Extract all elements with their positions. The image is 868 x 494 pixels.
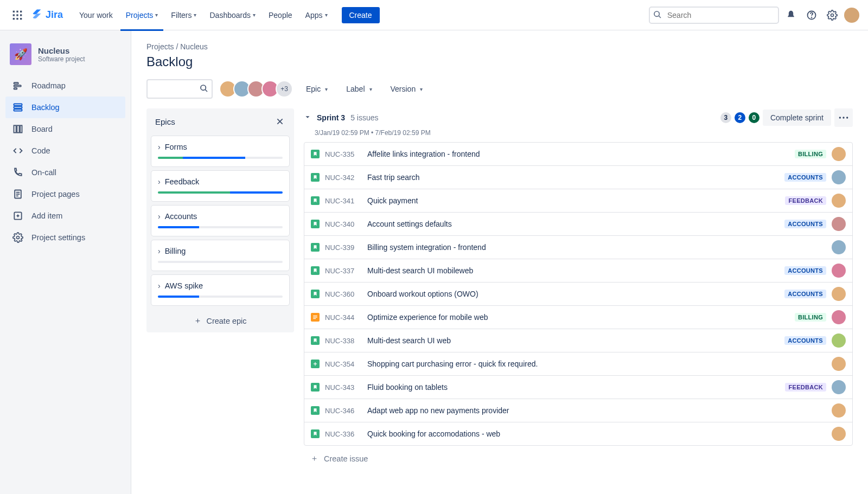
breadcrumb-leaf[interactable]: Nucleus: [180, 42, 208, 51]
help-icon[interactable]: [803, 7, 820, 24]
issue-type-story-icon: [311, 150, 320, 158]
assignee-filter-avatars[interactable]: +3: [222, 80, 293, 98]
assignee-avatar[interactable]: [832, 380, 846, 394]
epic-label[interactable]: FEEDBACK: [785, 383, 826, 392]
epic-label[interactable]: ACCOUNTS: [784, 173, 826, 182]
epic-progress: [158, 191, 283, 194]
project-header[interactable]: 🚀 Nucleus Software project: [5, 43, 125, 75]
backlog-icon: [12, 101, 24, 113]
assignee-avatar[interactable]: [832, 287, 846, 301]
create-issue-button[interactable]: ＋ Create issue: [304, 448, 853, 469]
filter-version[interactable]: Version▾: [387, 82, 426, 95]
sidebar-item-backlog[interactable]: Backlog: [5, 97, 125, 118]
assignee-avatar[interactable]: [832, 194, 846, 208]
issue-type-story-icon: [311, 243, 320, 252]
svg-rect-6: [13, 18, 15, 20]
epic-card[interactable]: ›Billing: [151, 240, 290, 271]
svg-rect-5: [20, 14, 22, 16]
chevron-right-icon: ›: [158, 281, 161, 290]
issue-summary: Multi-dest search UI web: [367, 336, 779, 345]
epic-card[interactable]: ›Feedback: [151, 170, 290, 202]
assignee-avatar[interactable]: [832, 264, 846, 278]
complete-sprint-button[interactable]: Complete sprint: [763, 110, 831, 126]
chevron-right-icon: ›: [158, 177, 161, 186]
issue-row[interactable]: NUC-339Billing system integration - fron…: [304, 236, 852, 259]
issue-row[interactable]: NUC-360Onboard workout options (OWO)ACCO…: [304, 283, 852, 306]
assignee-avatar[interactable]: [832, 427, 846, 441]
close-icon[interactable]: [275, 116, 285, 127]
issue-row[interactable]: NUC-335Affelite links integration - fron…: [304, 143, 852, 166]
issue-summary: Quick booking for accomodations - web: [367, 429, 826, 438]
assignee-avatar[interactable]: [832, 240, 846, 254]
sidebar-item-project-pages[interactable]: Project pages: [5, 183, 125, 205]
app-switcher-icon[interactable]: [9, 7, 26, 24]
issue-row[interactable]: NUC-340Account settings defaultsACCOUNTS: [304, 213, 852, 236]
sidebar-item-project-settings[interactable]: Project settings: [5, 227, 125, 248]
sidebar-item-code[interactable]: Code: [5, 140, 125, 162]
epic-label[interactable]: ACCOUNTS: [784, 336, 826, 345]
epic-label[interactable]: BILLING: [795, 150, 826, 158]
assignee-avatar[interactable]: [832, 310, 846, 324]
global-search[interactable]: [649, 7, 779, 24]
sidebar-item-add-item[interactable]: Add item: [5, 205, 125, 227]
epic-label[interactable]: ACCOUNTS: [784, 220, 826, 228]
breadcrumb-root[interactable]: Projects: [146, 42, 174, 51]
nav-item-your-work[interactable]: Your work: [74, 8, 118, 23]
issue-row[interactable]: NUC-354Shopping cart purchasing error - …: [304, 352, 852, 376]
svg-rect-19: [14, 109, 22, 111]
assignee-avatar[interactable]: [832, 170, 846, 184]
nav-item-filters[interactable]: Filters▾: [165, 8, 202, 23]
sidebar-item-board[interactable]: Board: [5, 118, 125, 140]
issue-summary: Affelite links integration - frontend: [367, 150, 789, 158]
settings-icon[interactable]: [824, 7, 841, 24]
assignee-avatar[interactable]: [832, 147, 846, 161]
sprint-issue-count: 5 issues: [350, 113, 378, 122]
profile-avatar[interactable]: [844, 8, 859, 23]
create-epic-label: Create epic: [206, 317, 246, 325]
epic-name: Billing: [165, 247, 186, 255]
svg-rect-3: [13, 14, 15, 16]
filter-label[interactable]: Label▾: [343, 82, 375, 95]
assignee-avatar[interactable]: [832, 357, 846, 371]
avatar-overflow[interactable]: +3: [276, 80, 293, 98]
create-epic-button[interactable]: ＋ Create epic: [146, 309, 294, 332]
epic-label[interactable]: FEEDBACK: [785, 196, 826, 205]
assignee-avatar[interactable]: [832, 333, 846, 348]
assignee-avatar[interactable]: [832, 217, 846, 231]
sidebar-item-roadmap[interactable]: Roadmap: [5, 75, 125, 97]
sidebar-item-on-call[interactable]: On-call: [5, 162, 125, 183]
epic-card[interactable]: ›Accounts: [151, 205, 290, 236]
nav-item-apps[interactable]: Apps▾: [300, 8, 333, 23]
svg-point-12: [812, 17, 812, 17]
more-actions-button[interactable]: [834, 108, 853, 127]
nav-item-people[interactable]: People: [263, 8, 298, 23]
epic-card[interactable]: ›AWS spike: [151, 274, 290, 306]
assignee-avatar[interactable]: [832, 403, 846, 418]
issue-row[interactable]: NUC-344Optimize experience for mobile we…: [304, 306, 852, 329]
issue-search[interactable]: [146, 79, 213, 99]
issue-row[interactable]: NUC-336Quick booking for accomodations -…: [304, 422, 852, 445]
issue-row[interactable]: NUC-341Quick paymentFEEDBACK: [304, 189, 852, 213]
sidebar-item-label: Roadmap: [31, 81, 66, 90]
nav-item-projects[interactable]: Projects▾: [120, 8, 164, 23]
issue-row[interactable]: NUC-342Fast trip searchACCOUNTS: [304, 166, 852, 189]
svg-rect-0: [13, 10, 15, 12]
create-button[interactable]: Create: [342, 7, 380, 23]
nav-item-dashboards[interactable]: Dashboards▾: [204, 8, 261, 23]
epic-label[interactable]: BILLING: [795, 313, 826, 322]
issue-row[interactable]: NUC-343Fluid booking on tabletsFEEDBACK: [304, 376, 852, 399]
epic-label[interactable]: ACCOUNTS: [784, 266, 826, 275]
issue-row[interactable]: NUC-337Multi-dest search UI mobilewebACC…: [304, 259, 852, 283]
sidebar-item-label: On-call: [31, 168, 56, 177]
epic-label[interactable]: ACCOUNTS: [784, 290, 826, 298]
issue-row[interactable]: NUC-346Adapt web app no new payments pro…: [304, 399, 852, 422]
filter-epic[interactable]: Epic▾: [303, 82, 331, 95]
chevron-down-icon[interactable]: [304, 113, 311, 123]
create-issue-label: Create issue: [324, 454, 368, 463]
notifications-icon[interactable]: [782, 7, 800, 24]
epic-card[interactable]: ›Forms: [151, 136, 290, 167]
global-search-input[interactable]: [649, 7, 779, 24]
jira-logo[interactable]: Jira: [30, 9, 63, 22]
svg-rect-1: [16, 10, 18, 12]
issue-row[interactable]: NUC-338Multi-dest search UI webACCOUNTS: [304, 329, 852, 352]
